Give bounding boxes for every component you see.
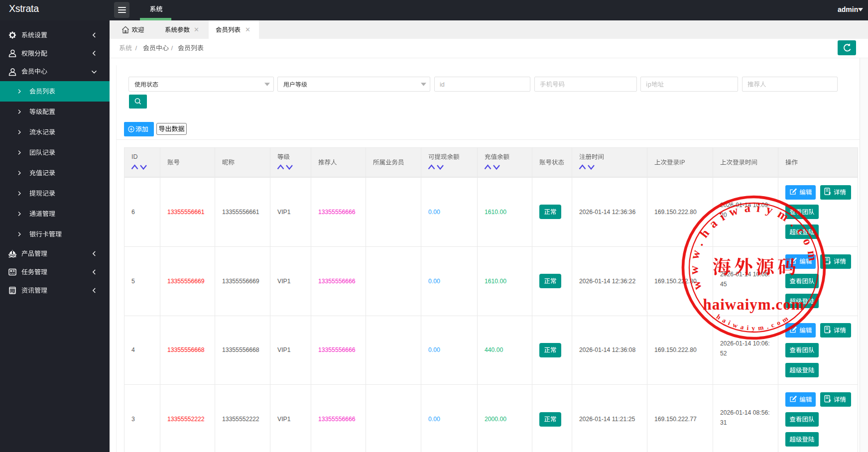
svg-text:haiwaiym.com: haiwaiym.com	[715, 313, 792, 332]
svg-text:haiwaiym.com: haiwaiym.com	[703, 296, 804, 313]
